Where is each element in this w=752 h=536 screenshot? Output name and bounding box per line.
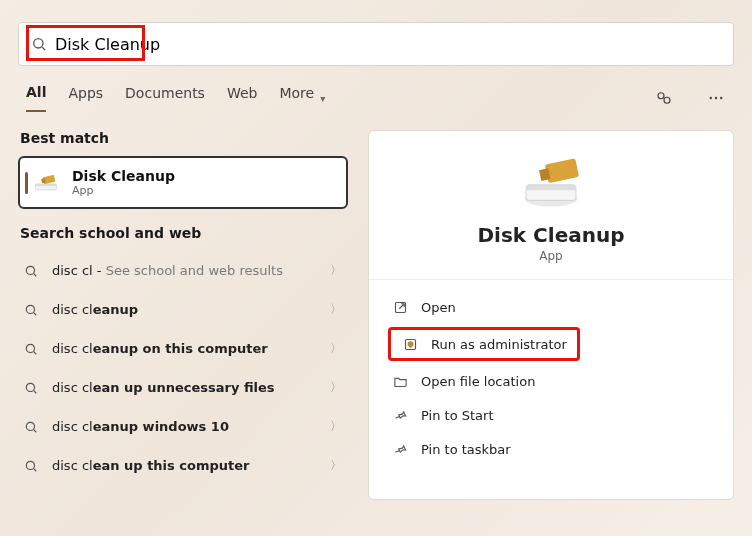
folder-icon bbox=[391, 372, 409, 390]
svg-line-16 bbox=[34, 351, 37, 354]
search-icon bbox=[24, 342, 40, 356]
svg-point-0 bbox=[34, 39, 43, 48]
chevron-right-icon: 〉 bbox=[330, 262, 342, 279]
chevron-right-icon: 〉 bbox=[330, 457, 342, 474]
web-result-row[interactable]: disc cl - See school and web results〉 bbox=[18, 251, 348, 290]
search-icon bbox=[24, 420, 40, 434]
search-icon bbox=[24, 303, 40, 317]
web-result-row[interactable]: disc cleanup〉 bbox=[18, 290, 348, 329]
web-results-list: disc cl - See school and web results〉dis… bbox=[18, 251, 348, 485]
action-list: Open Run as administrator Open file loca… bbox=[369, 290, 733, 466]
best-match-result[interactable]: Disk Cleanup App bbox=[18, 156, 348, 209]
action-run-as-admin-label: Run as administrator bbox=[431, 337, 567, 352]
tab-more[interactable]: More bbox=[279, 85, 314, 111]
svg-point-2 bbox=[658, 93, 664, 99]
web-result-text: disc cleanup windows 10 bbox=[52, 419, 318, 434]
svg-line-12 bbox=[34, 273, 37, 276]
action-pin-to-taskbar-label: Pin to taskbar bbox=[421, 442, 511, 457]
disk-cleanup-icon bbox=[32, 169, 60, 197]
best-match-heading: Best match bbox=[18, 130, 348, 156]
best-match-subtitle: App bbox=[72, 184, 175, 197]
svg-line-20 bbox=[34, 429, 37, 432]
svg-point-19 bbox=[26, 422, 34, 430]
chevron-right-icon: 〉 bbox=[330, 301, 342, 318]
svg-point-4 bbox=[710, 97, 712, 99]
search-options-icon[interactable] bbox=[654, 88, 674, 108]
action-run-as-admin[interactable]: Run as administrator bbox=[388, 327, 580, 361]
action-open-file-location[interactable]: Open file location bbox=[381, 364, 721, 398]
tab-web[interactable]: Web bbox=[227, 85, 258, 111]
pin-icon bbox=[391, 406, 409, 424]
web-result-row[interactable]: disc clean up this computer〉 bbox=[18, 446, 348, 485]
action-pin-to-taskbar[interactable]: Pin to taskbar bbox=[381, 432, 721, 466]
selection-accent bbox=[25, 172, 28, 194]
svg-point-13 bbox=[26, 305, 34, 313]
svg-point-15 bbox=[26, 344, 34, 352]
web-result-row[interactable]: disc clean up unnecessary files〉 bbox=[18, 368, 348, 407]
web-result-text: disc clean up unnecessary files bbox=[52, 380, 318, 395]
svg-point-11 bbox=[26, 266, 34, 274]
tab-apps[interactable]: Apps bbox=[68, 85, 103, 111]
action-open-label: Open bbox=[421, 300, 456, 315]
web-result-text: disc clean up this computer bbox=[52, 458, 318, 473]
svg-point-3 bbox=[664, 97, 670, 103]
web-result-row[interactable]: disc cleanup windows 10〉 bbox=[18, 407, 348, 446]
web-result-text: disc cleanup bbox=[52, 302, 318, 317]
action-pin-to-start-label: Pin to Start bbox=[421, 408, 493, 423]
shield-icon bbox=[401, 335, 419, 353]
action-open[interactable]: Open bbox=[381, 290, 721, 324]
chevron-right-icon: 〉 bbox=[330, 379, 342, 396]
web-result-text: disc cl - See school and web results bbox=[52, 263, 318, 278]
disk-cleanup-large-icon bbox=[369, 155, 733, 213]
svg-rect-8 bbox=[36, 183, 57, 185]
action-pin-to-start[interactable]: Pin to Start bbox=[381, 398, 721, 432]
action-open-file-location-label: Open file location bbox=[421, 374, 535, 389]
tab-documents[interactable]: Documents bbox=[125, 85, 205, 111]
details-subtitle: App bbox=[369, 249, 733, 263]
search-input[interactable] bbox=[51, 35, 725, 54]
results-column: Best match Disk Cleanup App Search schoo… bbox=[18, 130, 348, 500]
svg-line-14 bbox=[34, 312, 37, 315]
svg-rect-25 bbox=[526, 185, 576, 190]
web-result-row[interactable]: disc cleanup on this computer〉 bbox=[18, 329, 348, 368]
search-bar[interactable] bbox=[18, 22, 734, 66]
search-icon bbox=[24, 459, 40, 473]
tab-all[interactable]: All bbox=[26, 84, 46, 112]
filter-tabs: All Apps Documents Web More ▾ bbox=[0, 66, 752, 112]
web-result-text: disc cleanup on this computer bbox=[52, 341, 318, 356]
svg-line-1 bbox=[42, 47, 45, 50]
svg-line-18 bbox=[34, 390, 37, 393]
chevron-right-icon: 〉 bbox=[330, 418, 342, 435]
pin-icon bbox=[391, 440, 409, 458]
details-panel: Disk Cleanup App Open Run as administrat… bbox=[368, 130, 734, 500]
svg-point-5 bbox=[715, 97, 717, 99]
web-results-heading: Search school and web bbox=[18, 225, 348, 251]
search-icon bbox=[24, 264, 40, 278]
svg-point-6 bbox=[720, 97, 722, 99]
svg-line-22 bbox=[34, 468, 37, 471]
search-icon bbox=[24, 381, 40, 395]
more-options-icon[interactable] bbox=[706, 88, 726, 108]
svg-point-21 bbox=[26, 461, 34, 469]
svg-rect-26 bbox=[545, 158, 579, 183]
best-match-title: Disk Cleanup bbox=[72, 168, 175, 184]
chevron-right-icon: 〉 bbox=[330, 340, 342, 357]
open-icon bbox=[391, 298, 409, 316]
svg-point-17 bbox=[26, 383, 34, 391]
details-title: Disk Cleanup bbox=[369, 223, 733, 247]
chevron-down-icon: ▾ bbox=[320, 93, 325, 104]
search-icon bbox=[27, 36, 51, 52]
divider bbox=[369, 279, 733, 280]
